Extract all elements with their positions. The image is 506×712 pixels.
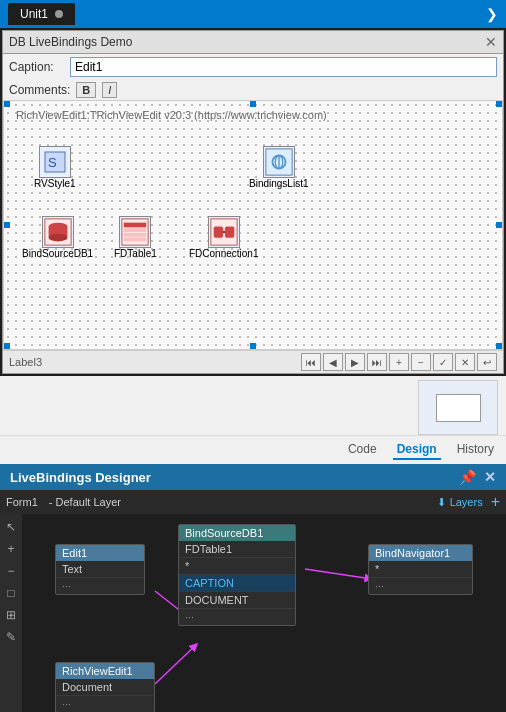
label3-text: Label3 bbox=[9, 356, 59, 368]
designer-toolbar: Label3 ⏮ ◀ ▶ ⏭ + − ✓ ✕ ↩ bbox=[3, 350, 503, 373]
bindsourcedb1-node[interactable]: BindSourceDB1 FDTable1 * CAPTION DOCUMEN… bbox=[178, 524, 296, 626]
nav-delete[interactable]: − bbox=[411, 353, 431, 371]
bindsourcedb1-star-row: * bbox=[179, 558, 295, 575]
nav-confirm[interactable]: ✓ bbox=[433, 353, 453, 371]
handle-tr[interactable] bbox=[496, 101, 502, 107]
preview-box bbox=[418, 380, 498, 435]
bindnavigator1-header: BindNavigator1 bbox=[369, 545, 472, 561]
form-designer: DB LiveBindings Demo ✕ Caption: Comments… bbox=[2, 30, 504, 374]
nav-prev[interactable]: ◀ bbox=[323, 353, 343, 371]
lb-layer-label: - Default Layer bbox=[49, 496, 121, 508]
fdtable1-icon bbox=[119, 216, 151, 248]
form-close-btn[interactable]: ✕ bbox=[485, 34, 497, 50]
lb-layers-btn[interactable]: ⬇ Layers bbox=[437, 496, 483, 509]
lb-title: LiveBindings Designer bbox=[10, 470, 151, 485]
bindingslist1-component[interactable]: BindingsList1 bbox=[249, 146, 308, 189]
lb-tool-rect[interactable]: □ bbox=[2, 584, 20, 602]
richviewedit1-document-row: Document bbox=[56, 679, 154, 696]
edit1-dots: ··· bbox=[56, 578, 144, 594]
handle-bl[interactable] bbox=[4, 343, 10, 349]
fdtable1-component[interactable]: FDTable1 bbox=[114, 216, 157, 259]
bindsourcedb1-component[interactable]: BindSourceDB1 bbox=[22, 216, 93, 259]
nav-cancel[interactable]: ✕ bbox=[455, 353, 475, 371]
rvstyle1-component[interactable]: S RVStyle1 bbox=[34, 146, 76, 189]
lb-toolbar-right: ⬇ Layers + bbox=[437, 493, 500, 511]
lb-pin-icon[interactable]: 📌 bbox=[459, 469, 476, 485]
code-tab[interactable]: Code bbox=[344, 440, 381, 460]
richview-label: RichViewEdit1:TRichViewEdit v20.3 (https… bbox=[16, 109, 327, 121]
svg-rect-17 bbox=[225, 226, 234, 237]
bindsourcedb1-fdtable-row: FDTable1 bbox=[179, 541, 295, 558]
bindsourcedb1-caption-row: CAPTION bbox=[179, 575, 295, 592]
fdconnection1-component[interactable]: FDConnection1 bbox=[189, 216, 258, 259]
svg-rect-13 bbox=[124, 233, 147, 237]
collapse-chevron[interactable]: ❯ bbox=[486, 6, 498, 22]
richviewedit1-dots: ··· bbox=[56, 696, 154, 712]
livebindings-section: LiveBindings Designer 📌 ✕ Form1 - Defaul… bbox=[0, 464, 506, 712]
lb-left-toolbar: ↖ + − □ ⊞ ✎ bbox=[0, 514, 22, 712]
handle-mr[interactable] bbox=[496, 222, 502, 228]
comments-label: Comments: bbox=[9, 83, 70, 97]
conn-doc-document bbox=[155, 644, 197, 684]
lb-form-info: Form1 - Default Layer bbox=[6, 496, 121, 508]
preview-inner bbox=[436, 394, 481, 422]
caption-input[interactable] bbox=[70, 57, 497, 77]
designer-canvas[interactable]: RichViewEdit1:TRichViewEdit v20.3 (https… bbox=[3, 100, 503, 350]
lb-tool-add[interactable]: + bbox=[2, 540, 20, 558]
nav-toolbar: ⏮ ◀ ▶ ⏭ + − ✓ ✕ ↩ bbox=[301, 353, 497, 371]
handle-ml[interactable] bbox=[4, 222, 10, 228]
lb-tool-pencil[interactable]: ✎ bbox=[2, 628, 20, 646]
svg-rect-14 bbox=[124, 238, 147, 242]
form-title-bar: DB LiveBindings Demo ✕ bbox=[3, 31, 503, 54]
fdconnection1-icon bbox=[208, 216, 240, 248]
bindnavigator1-star-row: * bbox=[369, 561, 472, 578]
title-bar-left: Unit1 bbox=[8, 3, 75, 25]
lb-close-icon[interactable]: ✕ bbox=[484, 469, 496, 485]
caption-label: Caption: bbox=[9, 60, 64, 74]
nav-first[interactable]: ⏮ bbox=[301, 353, 321, 371]
nav-add[interactable]: + bbox=[389, 353, 409, 371]
handle-br[interactable] bbox=[496, 343, 502, 349]
lb-add-btn[interactable]: + bbox=[491, 493, 500, 511]
bindingslist1-label: BindingsList1 bbox=[249, 178, 308, 189]
nav-undo[interactable]: ↩ bbox=[477, 353, 497, 371]
lb-tool-minus[interactable]: − bbox=[2, 562, 20, 580]
bindnavigator1-node[interactable]: BindNavigator1 * ··· bbox=[368, 544, 473, 595]
lb-toolbar: Form1 - Default Layer ⬇ Layers + bbox=[0, 490, 506, 514]
rvstyle1-icon: S bbox=[39, 146, 71, 178]
handle-tl[interactable] bbox=[4, 101, 10, 107]
layers-down-icon: ⬇ bbox=[437, 496, 446, 509]
edit1-node[interactable]: Edit1 Text ··· bbox=[55, 544, 145, 595]
history-tab[interactable]: History bbox=[453, 440, 498, 460]
richviewedit1-header: RichViewEdit1 bbox=[56, 663, 154, 679]
handle-bm[interactable] bbox=[250, 343, 256, 349]
svg-rect-11 bbox=[124, 223, 147, 228]
italic-button[interactable]: I bbox=[102, 82, 117, 98]
design-tab[interactable]: Design bbox=[393, 440, 441, 460]
lb-form-label: Form1 bbox=[6, 496, 38, 508]
preview-section bbox=[0, 376, 506, 435]
svg-rect-16 bbox=[213, 226, 222, 237]
modified-dot bbox=[55, 10, 63, 18]
richviewedit1-node[interactable]: RichViewEdit1 Document ··· bbox=[55, 662, 155, 712]
bindsourcedb1-label: BindSourceDB1 bbox=[22, 248, 93, 259]
unit1-tab[interactable]: Unit1 bbox=[8, 3, 75, 25]
fdtable1-label: FDTable1 bbox=[114, 248, 157, 259]
nav-next[interactable]: ▶ bbox=[345, 353, 365, 371]
lb-tool-grid[interactable]: ⊞ bbox=[2, 606, 20, 624]
bindsourcedb1-dots: ··· bbox=[179, 609, 295, 625]
bold-button[interactable]: B bbox=[76, 82, 96, 98]
caption-row: Caption: bbox=[3, 54, 503, 80]
edit1-text-row: Text bbox=[56, 561, 144, 578]
handle-tm[interactable] bbox=[250, 101, 256, 107]
nav-last[interactable]: ⏭ bbox=[367, 353, 387, 371]
rvstyle1-label: RVStyle1 bbox=[34, 178, 76, 189]
conn-star-star bbox=[305, 569, 372, 579]
lb-tool-select[interactable]: ↖ bbox=[2, 518, 20, 536]
comments-row: Comments: B I bbox=[3, 80, 503, 100]
svg-text:S: S bbox=[48, 155, 57, 170]
lb-canvas[interactable]: ↖ + − □ ⊞ ✎ Edit1 bbox=[0, 514, 506, 712]
form-designer-title: DB LiveBindings Demo bbox=[9, 35, 132, 49]
bindsourcedb1-icon bbox=[42, 216, 74, 248]
fdconnection1-label: FDConnection1 bbox=[189, 248, 258, 259]
